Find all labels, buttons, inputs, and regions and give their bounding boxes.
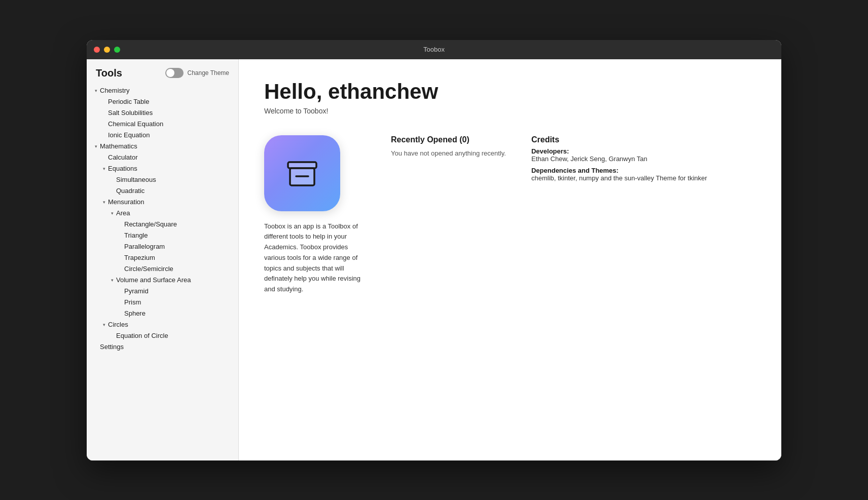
sidebar-item-simultaneous[interactable]: Simultaneous xyxy=(87,174,238,185)
toggle-knob xyxy=(166,69,174,77)
main-content: Hello, ethanchew Welcome to Toobox! xyxy=(239,59,781,460)
welcome-text: Welcome to Toobox! xyxy=(264,107,756,115)
sidebar: Tools Change Theme ▾ChemistryPeriodic Ta… xyxy=(87,59,239,460)
minimize-button[interactable] xyxy=(104,47,110,53)
sidebar-item-label: Rectangle/Square xyxy=(124,220,238,228)
content-grid: Toobox is an app is a Toolbox of differe… xyxy=(264,135,756,295)
sidebar-item-parallelogram[interactable]: Parallelogram xyxy=(87,241,238,252)
sidebar-item-pyramid[interactable]: Pyramid xyxy=(87,286,238,297)
sidebar-item-periodic-table[interactable]: Periodic Table xyxy=(87,96,238,107)
sidebar-item-label: Parallelogram xyxy=(124,243,238,250)
sidebar-item-label: Mensuration xyxy=(108,198,238,206)
theme-label: Change Theme xyxy=(188,69,230,76)
window-title: Toobox xyxy=(423,46,445,53)
sidebar-item-label: Triangle xyxy=(124,232,238,239)
sidebar-item-salt-solubilities[interactable]: Salt Solubilities xyxy=(87,107,238,119)
sidebar-item-prism[interactable]: Prism xyxy=(87,297,238,308)
sidebar-item-quadratic[interactable]: Quadratic xyxy=(87,185,238,197)
app-description: Toobox is an app is a Toolbox of differe… xyxy=(264,221,366,295)
sidebar-item-label: Area xyxy=(116,209,238,217)
sidebar-item-volume-surface-area[interactable]: ▾Volume and Surface Area xyxy=(87,275,238,286)
chevron-icon: ▾ xyxy=(108,276,116,284)
sidebar-item-circles[interactable]: ▾Circles xyxy=(87,319,238,330)
sidebar-title: Tools xyxy=(96,67,122,79)
sidebar-item-label: Volume and Surface Area xyxy=(116,276,238,284)
sidebar-item-label: Mathematics xyxy=(100,142,238,150)
sidebar-item-label: Settings xyxy=(100,343,238,351)
sidebar-header: Tools Change Theme xyxy=(87,59,238,83)
chevron-icon: ▾ xyxy=(100,198,108,206)
developers-label: Developers: xyxy=(531,147,709,155)
app-body: Tools Change Theme ▾ChemistryPeriodic Ta… xyxy=(87,59,781,460)
sidebar-tree[interactable]: ▾ChemistryPeriodic TableSalt Solubilitie… xyxy=(87,83,238,460)
sidebar-item-label: Chemistry xyxy=(100,87,238,94)
sidebar-item-rectangle-square[interactable]: Rectangle/Square xyxy=(87,219,238,230)
sidebar-item-label: Periodic Table xyxy=(108,98,238,105)
sidebar-item-label: Calculator xyxy=(108,153,238,161)
app-icon xyxy=(264,135,340,211)
sidebar-item-label: Quadratic xyxy=(116,187,238,195)
sidebar-item-label: Salt Solubilities xyxy=(108,109,238,117)
archive-icon xyxy=(282,153,322,194)
sidebar-item-label: Circle/Semicircle xyxy=(124,265,238,273)
sidebar-item-trapezium[interactable]: Trapezium xyxy=(87,252,238,263)
developers-value: Ethan Chew, Jerick Seng, Granwyn Tan xyxy=(531,155,709,163)
sidebar-item-chemistry[interactable]: ▾Chemistry xyxy=(87,85,238,96)
chevron-icon: ▾ xyxy=(100,165,108,173)
sidebar-item-triangle[interactable]: Triangle xyxy=(87,230,238,241)
sidebar-item-ionic-equation[interactable]: Ionic Equation xyxy=(87,130,238,141)
chevron-icon: ▾ xyxy=(92,87,100,95)
sidebar-item-label: Circles xyxy=(108,321,238,328)
theme-toggle-switch[interactable] xyxy=(165,68,184,78)
app-icon-section: Toobox is an app is a Toolbox of differe… xyxy=(264,135,366,295)
theme-toggle-area: Change Theme xyxy=(165,68,230,78)
chevron-icon: ▾ xyxy=(108,209,116,217)
sidebar-item-settings[interactable]: Settings xyxy=(87,341,238,353)
sidebar-item-label: Simultaneous xyxy=(116,176,238,183)
sidebar-item-label: Sphere xyxy=(124,310,238,317)
credits-title: Credits xyxy=(531,135,709,144)
sidebar-item-calculator[interactable]: Calculator xyxy=(87,152,238,163)
close-button[interactable] xyxy=(94,47,100,53)
sidebar-item-mensuration[interactable]: ▾Mensuration xyxy=(87,197,238,208)
maximize-button[interactable] xyxy=(114,47,120,53)
sidebar-item-label: Pyramid xyxy=(124,287,238,295)
chevron-icon: ▾ xyxy=(92,142,100,150)
dependencies-label: Dependencies and Themes: xyxy=(531,167,709,174)
recently-opened-section: Recently Opened (0) You have not opened … xyxy=(391,135,506,159)
sidebar-item-label: Equations xyxy=(108,165,238,172)
recently-opened-empty: You have not opened anything recently. xyxy=(391,148,506,159)
svg-rect-0 xyxy=(288,162,316,168)
app-window: Toobox Tools Change Theme ▾ChemistryPeri… xyxy=(87,40,781,460)
credits-section: Credits Developers: Ethan Chew, Jerick S… xyxy=(531,135,709,186)
greeting-heading: Hello, ethanchew xyxy=(264,80,756,104)
titlebar: Toobox xyxy=(87,40,781,59)
sidebar-item-label: Ionic Equation xyxy=(108,131,238,139)
sidebar-item-sphere[interactable]: Sphere xyxy=(87,308,238,319)
sidebar-item-circle-semicircle[interactable]: Circle/Semicircle xyxy=(87,263,238,275)
recently-opened-title: Recently Opened (0) xyxy=(391,135,506,144)
sidebar-item-label: Chemical Equation xyxy=(108,120,238,128)
sidebar-item-label: Prism xyxy=(124,298,238,306)
sidebar-item-equations[interactable]: ▾Equations xyxy=(87,163,238,174)
traffic-lights xyxy=(94,47,120,53)
dependencies-value: chemlib, tkinter, numpy and the sun-vall… xyxy=(531,174,709,182)
chevron-icon: ▾ xyxy=(100,321,108,329)
sidebar-item-label: Trapezium xyxy=(124,254,238,261)
sidebar-item-equation-of-circle[interactable]: Equation of Circle xyxy=(87,330,238,341)
sidebar-item-chemical-equation[interactable]: Chemical Equation xyxy=(87,119,238,130)
sidebar-item-area[interactable]: ▾Area xyxy=(87,208,238,219)
sidebar-item-mathematics[interactable]: ▾Mathematics xyxy=(87,141,238,152)
sidebar-item-label: Equation of Circle xyxy=(116,332,238,339)
